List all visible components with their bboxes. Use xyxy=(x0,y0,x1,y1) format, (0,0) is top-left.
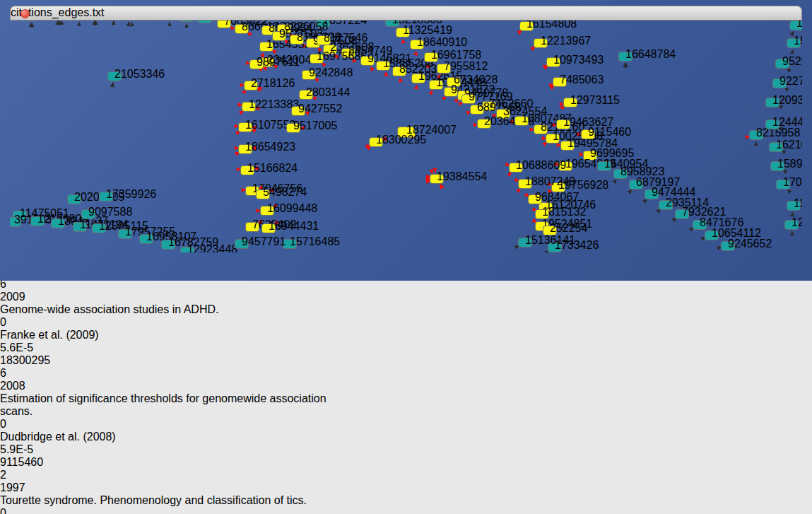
edge[interactable] xyxy=(20,21,58,216)
selected-node-1815132[interactable]: 1815132 xyxy=(536,206,587,218)
table-cell: Dudbridge et al. (2008) xyxy=(0,431,117,443)
edge[interactable] xyxy=(32,23,37,221)
node-16648784[interactable]: 16648784 xyxy=(619,48,676,61)
node-9457791[interactable]: 9457791 xyxy=(235,235,286,248)
edge[interactable] xyxy=(782,151,792,157)
selected-edge[interactable] xyxy=(441,185,489,252)
selected-edge[interactable] xyxy=(10,120,238,148)
selected-node-7485063[interactable]: 7485063 xyxy=(553,74,604,86)
selected-edge[interactable] xyxy=(10,28,249,64)
selected-node-16944431[interactable]: 16944431 xyxy=(262,220,319,233)
edge[interactable] xyxy=(537,251,548,252)
selected-edge[interactable] xyxy=(452,189,520,252)
selected-edge[interactable] xyxy=(10,141,240,170)
selected-node-18640910[interactable]: 18640910 xyxy=(411,36,468,49)
close-window-button[interactable] xyxy=(20,9,30,18)
window-titlebar[interactable]: citations_edges.txt xyxy=(10,6,802,21)
edge[interactable] xyxy=(636,228,693,252)
selected-node-12213383[interactable]: 12213383 xyxy=(242,98,300,111)
node-9529966[interactable]: 9529966 xyxy=(776,55,803,68)
selected-edge[interactable] xyxy=(400,78,406,132)
selected-node-9517005[interactable]: 9517005 xyxy=(287,119,338,132)
edge[interactable] xyxy=(779,105,792,112)
node-1271035[interactable]: 1271035 xyxy=(785,216,803,229)
node-15136141[interactable]: 15136141 xyxy=(519,234,576,247)
svg-text:12093872: 12093872 xyxy=(772,94,802,106)
edge[interactable] xyxy=(132,23,146,239)
selected-edge[interactable] xyxy=(440,185,481,252)
node-17016504[interactable]: 17016504 xyxy=(777,176,803,189)
selected-edge[interactable] xyxy=(385,72,406,132)
selected-node-2803144[interactable]: 2803144 xyxy=(300,86,351,99)
selected-node-18654923[interactable]: 18654923 xyxy=(239,141,296,153)
selected-node-12213967[interactable]: 12213967 xyxy=(534,35,592,47)
node-12923448[interactable]: 12923448 xyxy=(181,243,238,252)
edge[interactable] xyxy=(74,21,95,199)
selected-node-12973115[interactable]: 12973115 xyxy=(564,94,620,107)
window-title: citations_edges.txt xyxy=(11,6,801,19)
selected-node-10973493[interactable]: 10973493 xyxy=(547,54,604,66)
edge[interactable] xyxy=(58,21,59,223)
node-16210643[interactable]: 16210643 xyxy=(770,139,803,151)
zoom-window-button[interactable] xyxy=(49,9,58,18)
edge[interactable] xyxy=(495,246,519,252)
edge[interactable] xyxy=(618,218,676,252)
selected-node-18300295[interactable]: 18300295 xyxy=(370,134,427,146)
edge[interactable] xyxy=(785,88,792,93)
selected-node-5498274[interactable]: 5498274 xyxy=(257,186,307,199)
edge[interactable] xyxy=(792,50,793,53)
edge[interactable] xyxy=(787,69,792,74)
edge[interactable] xyxy=(74,23,129,199)
node-9245652[interactable]: 9245652 xyxy=(722,238,772,250)
selected-edge[interactable] xyxy=(371,67,406,132)
svg-text:9242848: 9242848 xyxy=(309,66,353,78)
svg-text:12213967: 12213967 xyxy=(541,35,591,47)
selected-node-16099448[interactable]: 16099448 xyxy=(261,202,318,215)
selected-node-7955812[interactable]: 7955812 xyxy=(437,60,488,73)
edge[interactable] xyxy=(602,209,660,252)
svg-text:7485063: 7485063 xyxy=(560,74,604,86)
edge[interactable] xyxy=(61,21,106,197)
node-9097588[interactable]: 9097588 xyxy=(82,206,133,218)
node-9227342[interactable]: 9227342 xyxy=(773,75,803,88)
edge[interactable] xyxy=(792,213,793,216)
table-row[interactable]: 911546021997Tourette syndrome. Phenomeno… xyxy=(0,456,812,514)
network-canvas[interactable]: 9405571206914062293134106532871527602846… xyxy=(10,6,802,255)
node-12444134[interactable]: 12444134 xyxy=(766,116,803,129)
selected-node-15166824[interactable]: 15166824 xyxy=(241,162,298,175)
selected-node-9242848[interactable]: 9242848 xyxy=(302,66,353,79)
selected-node-2718126[interactable]: 2718126 xyxy=(245,77,295,90)
selected-node-16975685[interactable]: 16975685 xyxy=(310,50,367,63)
selected-edge[interactable] xyxy=(431,173,511,252)
table-row[interactable]: 1830029562008Estimation of significance … xyxy=(0,354,812,456)
selected-node-9427552[interactable]: 9427552 xyxy=(292,103,343,115)
edge[interactable] xyxy=(792,32,794,34)
selected-edge[interactable] xyxy=(10,163,245,190)
minimize-window-button[interactable] xyxy=(35,9,44,18)
node-17359926[interactable]: 17359926 xyxy=(100,188,157,201)
selected-edge[interactable] xyxy=(10,99,238,127)
edge[interactable] xyxy=(783,170,792,176)
selected-node-252254[interactable]: 252254 xyxy=(543,222,588,235)
selected-node-11325419[interactable]: 11325419 xyxy=(396,24,453,37)
selected-node-9115460[interactable]: 9115460 xyxy=(582,126,632,139)
edge[interactable] xyxy=(168,23,170,245)
node-15892971[interactable]: 15892971 xyxy=(771,158,803,170)
edge[interactable] xyxy=(664,247,721,252)
selected-node-18807249[interactable]: 18807249 xyxy=(519,175,576,188)
edge[interactable] xyxy=(96,21,106,197)
selected-node-9897611[interactable]: 9897611 xyxy=(250,56,300,69)
selected-node-19384554[interactable]: 19384554 xyxy=(430,170,488,183)
edge[interactable] xyxy=(788,189,792,194)
node-15751074[interactable]: 15751074 xyxy=(787,35,803,47)
node-21053346[interactable]: 21053346 xyxy=(108,68,165,81)
node-12093872[interactable]: 12093872 xyxy=(766,94,803,107)
svg-text:5498274: 5498274 xyxy=(263,186,307,198)
edge[interactable] xyxy=(648,238,705,252)
node-11167531[interactable]: 11167531 xyxy=(787,197,803,210)
edge[interactable] xyxy=(187,24,187,252)
selected-node-10688609[interactable]: 10688609 xyxy=(510,159,567,172)
selected-node-9684067[interactable]: 9684067 xyxy=(529,191,579,204)
node-15716485[interactable]: 15716485 xyxy=(283,235,341,248)
edge[interactable] xyxy=(14,23,31,222)
